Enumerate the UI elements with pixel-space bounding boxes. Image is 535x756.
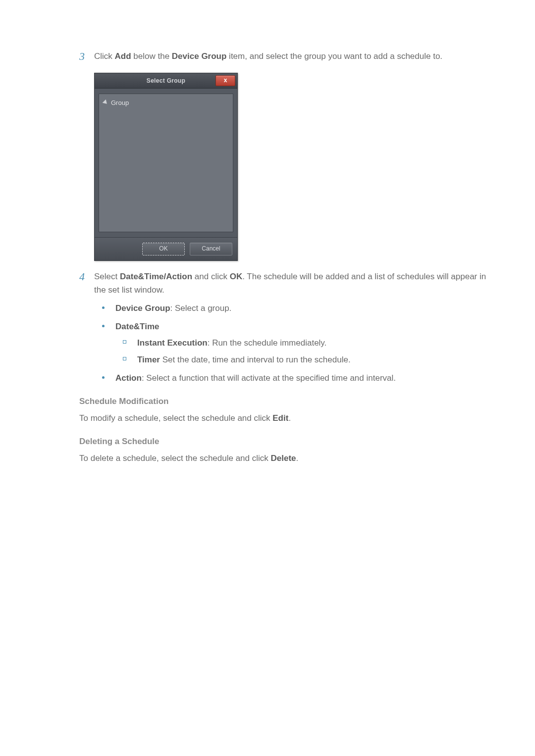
- heading-schedule-modification: Schedule Modification: [79, 397, 490, 406]
- list-item: Date&Time: [102, 320, 490, 333]
- bold-timer: Timer: [137, 355, 160, 364]
- list-item-text: Action: Select a function that will acti…: [115, 371, 396, 385]
- heading-deleting-schedule: Deleting a Schedule: [79, 437, 490, 447]
- dialog-footer: OK Cancel: [95, 237, 237, 260]
- bullet-square-icon: [123, 357, 126, 360]
- step-4: 4 Select Date&Time/Action and click OK. …: [79, 270, 490, 297]
- bold-add: Add: [115, 51, 131, 61]
- bold-device-group: Device Group: [172, 51, 227, 61]
- step-4-sublist: Device Group: Select a group. Date&Time …: [94, 302, 490, 385]
- document-page: 3 Click Add below the Device Group item,…: [0, 0, 535, 499]
- bold-instant-execution: Instant Execution: [137, 338, 208, 348]
- text: Set the date, time and interval to run t…: [160, 355, 351, 364]
- text: Select: [94, 272, 120, 281]
- text: .: [296, 454, 299, 463]
- select-group-dialog: Select Group x Group OK Cancel: [94, 73, 238, 261]
- paragraph: To modify a schedule, select the schedul…: [79, 411, 490, 425]
- expand-icon: [103, 100, 109, 106]
- text: : Select a group.: [170, 303, 232, 313]
- bold-action: Action: [115, 373, 142, 383]
- text: item, and select the group you want to a…: [226, 51, 442, 61]
- bold-datetime: Date&Time: [115, 322, 160, 331]
- text: Click: [94, 51, 115, 61]
- step-number: 3: [79, 50, 94, 64]
- bullet-square-icon: [123, 340, 126, 344]
- text: and click: [192, 272, 230, 281]
- bullet-dot-icon: [102, 325, 105, 327]
- text: below the: [131, 51, 172, 61]
- text: : Select a function that will activate a…: [142, 373, 396, 383]
- paragraph: To delete a schedule, select the schedul…: [79, 452, 490, 465]
- step-3: 3 Click Add below the Device Group item,…: [79, 50, 490, 64]
- list-item: Timer Set the date, time and interval to…: [123, 353, 490, 366]
- step-text: Select Date&Time/Action and click OK. Th…: [94, 270, 490, 297]
- bold-datetime-action: Date&Time/Action: [120, 272, 192, 281]
- step-text: Click Add below the Device Group item, a…: [94, 50, 490, 63]
- dialog-titlebar: Select Group x: [95, 73, 237, 89]
- dialog-body: Group: [95, 89, 237, 237]
- step-number: 4: [79, 270, 94, 284]
- text: .: [288, 413, 291, 423]
- cancel-button[interactable]: Cancel: [190, 243, 232, 255]
- list-item: Instant Execution: Run the schedule imme…: [123, 336, 490, 350]
- bold-edit: Edit: [272, 413, 288, 423]
- list-item-text: Instant Execution: Run the schedule imme…: [137, 336, 326, 350]
- list-item-text: Timer Set the date, time and interval to…: [137, 353, 351, 366]
- bullet-dot-icon: [102, 306, 105, 309]
- bold-ok: OK: [230, 272, 243, 281]
- bold-delete: Delete: [271, 454, 296, 463]
- bold-device-group: Device Group: [115, 303, 170, 313]
- tree-item-label: Group: [111, 99, 129, 106]
- text: To delete a schedule, select the schedul…: [79, 454, 271, 463]
- ok-button[interactable]: OK: [142, 243, 185, 255]
- group-tree[interactable]: Group: [99, 94, 233, 232]
- text: : Run the schedule immediately.: [208, 338, 327, 348]
- list-item: Action: Select a function that will acti…: [102, 371, 490, 385]
- bullet-dot-icon: [102, 376, 105, 379]
- list-item-text: Date&Time: [115, 320, 160, 333]
- list-item-text: Device Group: Select a group.: [115, 302, 231, 315]
- tree-item-group[interactable]: Group: [103, 99, 229, 106]
- close-button[interactable]: x: [215, 75, 235, 86]
- list-item: Device Group: Select a group.: [102, 302, 490, 315]
- text: To modify a schedule, select the schedul…: [79, 413, 272, 423]
